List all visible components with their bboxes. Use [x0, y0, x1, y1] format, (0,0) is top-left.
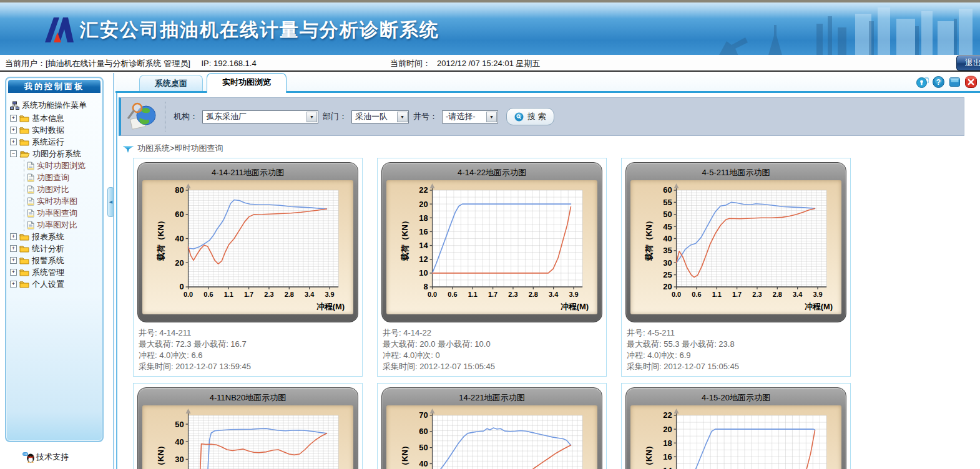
- chart-card: 4-11NB20地面示功图 010203040500.00.61.11.72.3…: [133, 383, 363, 469]
- main-area: 系统桌面实时功图浏览 ?: [115, 73, 980, 469]
- svg-text:1.7: 1.7: [488, 291, 497, 298]
- tree-folder-label: 个人设置: [32, 279, 64, 290]
- tree-leaf-item[interactable]: 实时功图浏览: [27, 160, 101, 172]
- current-time-value: 2012/12 /07 15:24:01 星期五: [437, 59, 541, 68]
- svg-text:载荷（KN）: 载荷（KN）: [400, 442, 409, 469]
- folder-icon: [19, 268, 29, 276]
- search-button-label: 搜 索: [527, 111, 546, 122]
- tree-folder-label: 系统运行: [32, 137, 64, 148]
- plus-box-icon[interactable]: +: [10, 257, 17, 264]
- sidebar-collapse-handle[interactable]: ◀: [107, 187, 114, 217]
- svg-text:冲程(M): 冲程(M): [805, 302, 833, 311]
- svg-text:载荷（KN）: 载荷（KN）: [156, 442, 165, 469]
- well-select[interactable]: -请选择- ▼: [442, 110, 498, 123]
- svg-text:60: 60: [175, 210, 184, 219]
- chart-frame: 4-14-22地面示功图 8101214161820220.00.61.11.7…: [381, 162, 602, 322]
- tree-children: 实时功图浏览功图查询功图对比实时功率图功率图查询功率图对比: [24, 160, 101, 231]
- tech-support[interactable]: 技术支持: [22, 452, 69, 463]
- tree-folder-item[interactable]: +系统管理: [10, 266, 101, 278]
- svg-text:1.7: 1.7: [732, 291, 742, 298]
- svg-text:?: ?: [936, 78, 941, 87]
- svg-text:22: 22: [419, 185, 428, 195]
- window-icon[interactable]: [948, 75, 961, 89]
- tree-leaf-item[interactable]: 功图对比: [27, 183, 101, 195]
- tree-folder-item[interactable]: +基本信息: [10, 112, 101, 124]
- plus-box-icon[interactable]: +: [10, 127, 17, 133]
- chart-card: 4-15-20地面示功图 8101214161820220.00.61.11.7…: [621, 383, 851, 469]
- tab[interactable]: 系统桌面: [139, 75, 203, 91]
- svg-text:载荷（KN）: 载荷（KN）: [156, 216, 165, 261]
- svg-text:16: 16: [419, 227, 428, 236]
- tree-folder-item[interactable]: +个人设置: [10, 278, 101, 290]
- tree-leaf-label: 功率图对比: [37, 220, 77, 231]
- ip-value: 192.168.1.4: [213, 59, 257, 68]
- dept-select[interactable]: 采油一队 ▼: [351, 110, 409, 123]
- plus-box-icon[interactable]: +: [10, 269, 17, 276]
- svg-text:0.6: 0.6: [692, 291, 701, 298]
- org-select[interactable]: 孤东采油厂 ▼: [202, 110, 318, 123]
- chevron-down-icon[interactable]: ▼: [397, 112, 408, 122]
- open-folder-icon: [19, 150, 30, 158]
- tab[interactable]: 实时功图浏览: [207, 73, 287, 93]
- tree-leaf-item[interactable]: 功图查询: [27, 172, 101, 183]
- tree-leaf-item[interactable]: 实时功率图: [27, 195, 101, 207]
- svg-text:20: 20: [663, 282, 672, 291]
- chart-frame: 4-11NB20地面示功图 010203040500.00.61.11.72.3…: [137, 387, 358, 469]
- search-button[interactable]: 搜 索: [506, 108, 554, 125]
- close-icon[interactable]: [964, 75, 978, 89]
- svg-text:14: 14: [663, 466, 672, 469]
- tree-folder-item[interactable]: +报警系统: [10, 254, 101, 266]
- svg-text:30: 30: [175, 455, 184, 464]
- org-chart-icon: [10, 101, 19, 110]
- tree-folder-item[interactable]: +实时数据: [10, 124, 101, 136]
- svg-text:18: 18: [419, 213, 428, 223]
- tree-folder-label: 实时数据: [32, 125, 64, 136]
- tab-bar: 系统桌面实时功图浏览 ?: [115, 73, 980, 93]
- help-icon[interactable]: ?: [932, 75, 945, 89]
- lock-icon[interactable]: [916, 75, 929, 89]
- folder-icon: [19, 280, 29, 288]
- tree-leaf-item[interactable]: 功率图对比: [27, 219, 101, 231]
- chevron-down-icon[interactable]: ▼: [306, 112, 317, 122]
- tree-folder-label: 报表系统: [32, 231, 64, 243]
- nav-tree: 系统功能操作菜单+基本信息+实时数据+系统运行−功图分析系统实时功图浏览功图查询…: [6, 97, 102, 290]
- industrial-skyline-image: [506, 2, 980, 55]
- plus-box-icon[interactable]: +: [10, 245, 17, 252]
- tree-folder-item[interactable]: +报表系统: [10, 231, 101, 243]
- app-header: 汇安公司抽油机在线计量与分析诊断系统: [0, 0, 980, 55]
- plus-box-icon[interactable]: +: [10, 138, 17, 145]
- folder-icon: [19, 138, 29, 146]
- tree-leaf-item[interactable]: 功率图查询: [27, 207, 101, 219]
- svg-text:冲程(M): 冲程(M): [561, 302, 589, 311]
- svg-text:40: 40: [175, 437, 184, 447]
- plus-box-icon[interactable]: +: [10, 115, 17, 122]
- svg-text:60: 60: [663, 185, 672, 195]
- minus-box-icon[interactable]: −: [10, 150, 17, 157]
- chart-frame: 14-221地面示功图 102030405060700.00.61.11.72.…: [381, 387, 602, 469]
- svg-text:2.3: 2.3: [752, 291, 762, 298]
- svg-text:40: 40: [175, 234, 184, 243]
- logout-button[interactable]: 退出: [956, 56, 980, 70]
- page-icon: [27, 173, 34, 182]
- page-icon: [27, 162, 34, 170]
- tree-root-item[interactable]: 系统功能操作菜单: [10, 99, 101, 111]
- chevron-down-icon[interactable]: ▼: [486, 112, 497, 122]
- tree-leaf-label: 功图查询: [37, 172, 69, 183]
- svg-text:0.6: 0.6: [448, 291, 457, 298]
- plus-box-icon[interactable]: +: [10, 281, 17, 288]
- current-time: 当前时间：2012/12 /07 15:24:01 星期五: [390, 58, 541, 69]
- tree-folder-item[interactable]: +系统运行: [10, 136, 101, 148]
- card-info: 井号: 4-5-211最大载荷: 55.3 最小载荷: 23.8冲程: 4.0冲…: [625, 322, 846, 374]
- chart-body: 102030405060700.00.61.11.72.32.83.43.9冲程…: [386, 405, 597, 469]
- chart-body: 8101214161820220.00.61.11.72.32.83.43.9冲…: [386, 180, 597, 314]
- info-line: 最大载荷: 20.0 最小载荷: 10.0: [383, 339, 601, 350]
- svg-text:载荷（KN）: 载荷（KN）: [644, 216, 654, 261]
- tree-leaf-label: 实时功率图: [37, 196, 77, 207]
- svg-text:55: 55: [663, 198, 672, 207]
- tree-folder-item[interactable]: −功图分析系统: [10, 148, 101, 160]
- chart-title: 4-14-211地面示功图: [142, 165, 353, 180]
- tabs: 系统桌面实时功图浏览: [139, 73, 290, 91]
- plus-box-icon[interactable]: +: [10, 233, 17, 240]
- tree-folder-item[interactable]: +统计分析: [10, 243, 101, 254]
- current-time-label: 当前时间：: [390, 59, 431, 68]
